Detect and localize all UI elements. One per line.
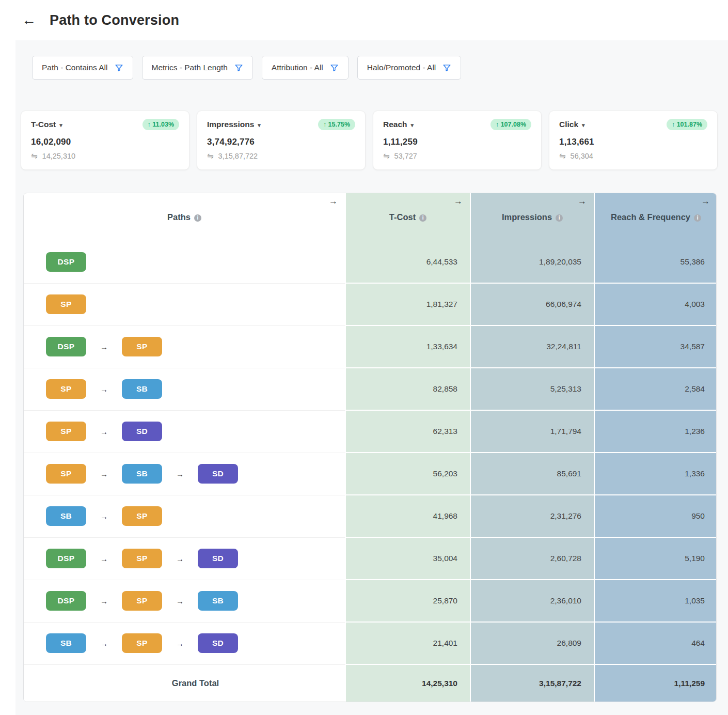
metric-cell: 950 bbox=[594, 495, 717, 537]
path-badge-sb: SB bbox=[46, 506, 86, 526]
metric-cell: 62,313 bbox=[345, 410, 470, 453]
paths-table: → Pathsi → T-Costi → Impressionsi → Reac… bbox=[23, 193, 717, 702]
metric-cell: 2,31,276 bbox=[470, 495, 594, 537]
path-badge-sp: SP bbox=[122, 506, 162, 526]
compare-icon: ⇋ bbox=[31, 151, 38, 161]
table-row: SP→SB→SD56,20385,6911,336 bbox=[24, 453, 717, 495]
column-header-paths: → Pathsi bbox=[24, 193, 345, 241]
path-badge-sp: SP bbox=[122, 633, 162, 653]
path-badge-dsp: DSP bbox=[46, 591, 86, 611]
metric-cell: 1,33,634 bbox=[345, 325, 470, 368]
compare-icon: ⇋ bbox=[559, 151, 566, 161]
path-badge-sp: SP bbox=[46, 294, 86, 314]
info-icon[interactable]: i bbox=[419, 214, 426, 222]
path-arrow-icon: → bbox=[176, 470, 184, 478]
path-sequence: SB→SP bbox=[46, 506, 345, 526]
info-icon[interactable]: i bbox=[556, 214, 563, 222]
path-badge-dsp: DSP bbox=[46, 252, 86, 272]
kpi-previous-value: ⇋14,25,310 bbox=[31, 151, 179, 161]
path-cell: SP bbox=[24, 283, 345, 325]
path-badge-sb: SB bbox=[46, 633, 86, 653]
kpi-card-reach: Reach▾ ↑ 107.08% 1,11,259 ⇋53,727 bbox=[373, 111, 542, 170]
metric-cell: 1,71,794 bbox=[470, 410, 594, 453]
path-cell: DSP→SP→SB bbox=[24, 580, 345, 622]
filter-attribution-label: Attribution - All bbox=[272, 63, 323, 72]
path-badge-sd: SD bbox=[198, 464, 238, 484]
metric-cell: 2,36,010 bbox=[470, 580, 594, 622]
column-expand-icon[interactable]: → bbox=[454, 196, 463, 207]
path-badge-sb: SB bbox=[122, 379, 162, 399]
metric-cell: 82,858 bbox=[345, 368, 470, 410]
filter-path[interactable]: Path - Contains All bbox=[32, 56, 133, 80]
path-sequence: DSP→SP→SB bbox=[46, 591, 345, 611]
chevron-down-icon: ▾ bbox=[582, 122, 585, 128]
column-expand-icon[interactable]: → bbox=[329, 196, 338, 207]
path-arrow-icon: → bbox=[176, 554, 184, 563]
info-icon[interactable]: i bbox=[194, 214, 201, 222]
kpi-change-badge: ↑ 11.03% bbox=[143, 119, 179, 130]
chevron-down-icon: ▾ bbox=[59, 122, 62, 128]
path-arrow-icon: → bbox=[100, 385, 108, 394]
info-icon[interactable]: i bbox=[694, 214, 701, 222]
table-row: SB→SP→SD21,40126,809464 bbox=[24, 622, 717, 664]
metric-cell: 56,203 bbox=[345, 453, 470, 495]
kpi-change-badge: ↑ 107.08% bbox=[490, 119, 531, 130]
column-header-reach-frequency: → Reach & Frequencyi bbox=[594, 193, 717, 241]
filter-attribution[interactable]: Attribution - All bbox=[262, 56, 349, 80]
path-cell: SB→SP→SD bbox=[24, 622, 345, 664]
kpi-metric-selector[interactable]: T-Cost▾ bbox=[31, 120, 62, 129]
filter-halo-promoted-label: Halo/Promoted - All bbox=[367, 63, 436, 72]
filter-metrics[interactable]: Metrics - Path Length bbox=[142, 56, 253, 80]
kpi-value: 1,11,259 bbox=[383, 137, 531, 147]
filter-halo-promoted[interactable]: Halo/Promoted - All bbox=[357, 56, 462, 80]
metric-cell: 55,386 bbox=[594, 241, 717, 283]
metric-cell: 85,691 bbox=[470, 453, 594, 495]
filter-icon bbox=[115, 64, 123, 72]
path-arrow-icon: → bbox=[176, 639, 184, 648]
back-icon[interactable]: ← bbox=[22, 13, 36, 27]
kpi-previous-value: ⇋56,304 bbox=[559, 151, 707, 161]
top-bar: ← Path to Conversion bbox=[0, 0, 728, 40]
page-title: Path to Conversion bbox=[50, 12, 179, 28]
column-expand-icon[interactable]: → bbox=[578, 196, 587, 207]
kpi-previous-value: ⇋53,727 bbox=[383, 151, 531, 161]
path-sequence: SB→SP→SD bbox=[46, 633, 345, 653]
table-row: DSP→SP→SB25,8702,36,0101,035 bbox=[24, 580, 717, 622]
kpi-value: 3,74,92,776 bbox=[207, 137, 355, 147]
path-badge-dsp: DSP bbox=[46, 337, 86, 356]
kpi-metric-selector[interactable]: Impressions▾ bbox=[207, 120, 261, 129]
metric-cell: 2,584 bbox=[594, 368, 717, 410]
table-row: DSP→SP1,33,63432,24,81134,587 bbox=[24, 325, 717, 368]
path-badge-sp: SP bbox=[46, 422, 86, 441]
metric-cell: 464 bbox=[594, 622, 717, 664]
table-row: DSP→SP→SD35,0042,60,7285,190 bbox=[24, 537, 717, 580]
kpi-value: 16,02,090 bbox=[31, 137, 179, 147]
path-badge-sp: SP bbox=[46, 464, 86, 484]
kpi-metric-selector[interactable]: Reach▾ bbox=[383, 120, 414, 129]
kpi-value: 1,13,661 bbox=[559, 137, 707, 147]
path-badge-sp: SP bbox=[46, 379, 86, 399]
path-arrow-icon: → bbox=[100, 597, 108, 605]
column-expand-icon[interactable]: → bbox=[701, 196, 710, 207]
grand-total-row: Grand Total 14,25,310 3,15,87,722 1,11,2… bbox=[24, 664, 717, 702]
grand-total-t-cost: 14,25,310 bbox=[345, 664, 470, 702]
metric-cell: 25,870 bbox=[345, 580, 470, 622]
column-header-t-cost: → T-Costi bbox=[345, 193, 470, 241]
table-row: DSP6,44,5331,89,20,03555,386 bbox=[24, 241, 717, 283]
kpi-previous-value: ⇋3,15,87,722 bbox=[207, 151, 355, 161]
path-cell: DSP→SP→SD bbox=[24, 537, 345, 580]
chevron-down-icon: ▾ bbox=[258, 122, 261, 128]
kpi-change-badge: ↑ 101.87% bbox=[667, 119, 707, 130]
kpi-metric-selector[interactable]: Click▾ bbox=[559, 120, 585, 129]
metric-cell: 1,035 bbox=[594, 580, 717, 622]
path-badge-sd: SD bbox=[198, 633, 238, 653]
filter-path-label: Path - Contains All bbox=[42, 63, 108, 72]
column-header-impressions: → Impressionsi bbox=[470, 193, 594, 241]
kpi-card-click: Click▾ ↑ 101.87% 1,13,661 ⇋56,304 bbox=[549, 111, 718, 170]
path-arrow-icon: → bbox=[100, 343, 108, 351]
compare-icon: ⇋ bbox=[383, 151, 390, 161]
filter-icon bbox=[234, 64, 243, 72]
path-arrow-icon: → bbox=[100, 554, 108, 563]
grand-total-impressions: 3,15,87,722 bbox=[470, 664, 594, 702]
content-area: Path - Contains All Metrics - Path Lengt… bbox=[15, 40, 728, 715]
